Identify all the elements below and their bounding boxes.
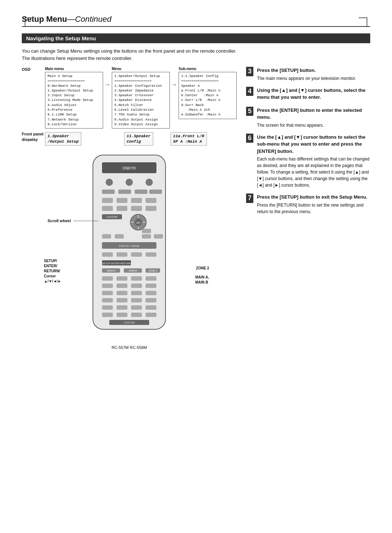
step-7-body: Press the [RETURN] button to set the new…: [257, 202, 370, 215]
step-6-number: 6: [246, 134, 253, 143]
svg-rect-10: [102, 198, 113, 203]
zone2-label: ZONE 2: [196, 266, 209, 271]
step-5: 5 Press the [ENTER] button to enter the …: [246, 107, 370, 129]
svg-rect-14: [102, 206, 113, 211]
svg-rect-9: [149, 190, 162, 194]
svg-rect-31: [142, 229, 151, 233]
svg-rect-35: [117, 252, 127, 257]
step-6: 6 Use the [▲] and [▼] cursor buttons to …: [246, 134, 370, 189]
menu-display: 11.SpeakerConfig: [124, 132, 153, 146]
svg-text:ONKYO: ONKYO: [123, 166, 136, 170]
corner-mark-tr: [359, 17, 367, 26]
svg-rect-8: [135, 190, 147, 194]
step-5-body: The screen for that menu appears.: [257, 122, 370, 129]
svg-rect-7: [118, 190, 131, 194]
svg-rect-66: [102, 313, 113, 317]
svg-text:CUSTOM: CUSTOM: [124, 321, 135, 324]
svg-rect-47: [117, 276, 127, 281]
svg-rect-64: [131, 305, 142, 310]
step-7-title: Press the [SETUP] button to exit the Set…: [257, 194, 370, 201]
svg-rect-65: [146, 305, 156, 310]
svg-point-4: [126, 179, 133, 186]
arrow-2: →: [171, 67, 177, 88]
step-4-content: Using the [▲] and [▼] cursor buttons, se…: [257, 87, 370, 102]
corner-mark-tl: [25, 17, 33, 26]
step-4: 4 Using the [▲] and [▼] cursor buttons, …: [246, 87, 370, 102]
svg-rect-6: [102, 190, 115, 194]
step-3-body: The main menu appears on your television…: [257, 75, 370, 82]
step-3: 3 Press the [SETUP] button. The main men…: [246, 67, 370, 82]
svg-rect-63: [117, 305, 127, 310]
svg-rect-67: [117, 313, 127, 317]
step-7-number: 7: [246, 194, 253, 203]
svg-text:SETUP ENTER RETURN: SETUP ENTER RETURN: [102, 262, 131, 265]
step-3-number: 3: [246, 67, 253, 76]
svg-rect-11: [117, 198, 127, 203]
step-5-title: Press the [ENTER] button to enter the se…: [257, 107, 370, 121]
menu-box: 1.Speaker/Output Setup =================…: [112, 72, 170, 129]
arrow-1: →: [105, 67, 110, 88]
svg-point-3: [106, 179, 113, 186]
svg-rect-46: [102, 276, 113, 281]
svg-rect-54: [102, 291, 113, 295]
intro-line2: The illustrations here represent the rem…: [22, 55, 370, 62]
step-7: 7 Press the [SETUP] button to exit the S…: [246, 194, 370, 215]
scroll-wheel-label: Scroll wheel: [48, 219, 99, 223]
step-7-content: Press the [SETUP] button to exit the Set…: [257, 194, 370, 215]
svg-rect-49: [146, 276, 156, 281]
front-panel-label: Front panel dispalay: [22, 131, 44, 142]
main-menu-label: Main menu: [45, 67, 64, 71]
svg-rect-37: [146, 252, 156, 257]
svg-rect-59: [117, 298, 127, 302]
menu-label: Menu: [112, 67, 121, 71]
svg-text:CUSTOM: CUSTOM: [106, 216, 117, 218]
intro-text: You can change Setup Menu settings using…: [22, 48, 370, 62]
step-3-content: Press the [SETUP] button. The main menu …: [257, 67, 370, 82]
svg-rect-69: [146, 313, 156, 317]
svg-rect-30: [154, 234, 163, 239]
rc-model: RC-557M RC-558M: [111, 345, 147, 350]
step-5-number: 5: [246, 107, 253, 116]
svg-text:DISPLAY / MODE: DISPLAY / MODE: [119, 245, 139, 247]
svg-rect-27: [102, 234, 111, 239]
svg-rect-57: [146, 291, 156, 295]
step-6-body: Each sub-menu has different settings tha…: [257, 156, 370, 188]
front-display: 1.Speaker/Output Setup: [45, 132, 81, 146]
osd-label: OSD: [22, 67, 44, 72]
svg-rect-13: [146, 198, 156, 203]
svg-rect-36: [131, 252, 142, 257]
submenu-box: 1-1.Speaker Config ================== Sp…: [179, 72, 237, 119]
svg-rect-56: [131, 291, 142, 295]
svg-rect-55: [117, 291, 127, 295]
section-header: Navigating the Setup Menu: [22, 33, 370, 43]
step-4-number: 4: [246, 87, 253, 96]
intro-line1: You can change Setup Menu settings using…: [22, 48, 370, 55]
svg-rect-51: [117, 284, 127, 288]
svg-rect-48: [131, 276, 142, 281]
submenu-label: Sub-menu: [179, 67, 196, 71]
svg-rect-29: [142, 234, 151, 239]
svg-text:MAIN B: MAIN B: [129, 269, 137, 272]
svg-rect-28: [115, 234, 124, 239]
svg-rect-15: [117, 206, 127, 211]
svg-rect-62: [102, 305, 113, 310]
step-4-title: Using the [▲] and [▼] cursor buttons, se…: [257, 87, 370, 101]
setup-label: SETUP/ENTER/RETURN/Cursor▲/▼/◄/►: [44, 259, 61, 284]
submenu-display: 11a.Front L/RSP A :Main A: [171, 132, 207, 146]
svg-rect-16: [131, 206, 142, 211]
step-5-content: Press the [ENTER] button to enter the se…: [257, 107, 370, 129]
svg-rect-50: [102, 284, 113, 288]
step-3-title: Press the [SETUP] button.: [257, 67, 370, 74]
svg-rect-68: [131, 313, 142, 317]
title-continued: —Continued: [67, 15, 111, 24]
svg-text:OK: OK: [136, 221, 140, 224]
svg-rect-60: [131, 298, 142, 302]
svg-rect-61: [146, 298, 156, 302]
svg-rect-17: [146, 206, 156, 211]
svg-rect-12: [131, 198, 142, 203]
main-menu-box: Main A Setup ================== 0.Hardwa…: [45, 72, 103, 129]
page-title: Setup Menu—Continued: [22, 15, 370, 27]
step-6-content: Use the [▲] and [▼] cursor buttons to se…: [257, 134, 370, 189]
svg-point-5: [146, 179, 153, 186]
section-header-text: Navigating the Setup Menu: [26, 35, 96, 41]
